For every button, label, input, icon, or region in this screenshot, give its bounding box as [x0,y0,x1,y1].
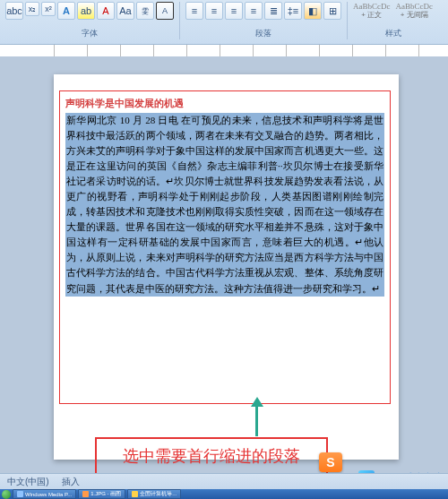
taskbar-item-wmp[interactable]: Windows Media P... [13,489,76,499]
text-effects-button[interactable]: A [57,2,75,20]
phonetic-guide-button[interactable]: 雯 [136,2,154,20]
taskbar-item-exam[interactable]: 全国计算机等... [127,489,181,499]
char-border-button[interactable]: A [156,2,174,20]
callout-text: 选中需要首行缩进的段落 [123,445,300,467]
status-language[interactable]: 中文(中国) [7,476,49,488]
subscript-button[interactable]: x₂ [25,2,39,16]
styles-group: AaBbCcDc + 正文 AaBbCcDc + 无间隔 样式 [351,2,438,39]
align-right-button[interactable]: ≡ [225,2,243,20]
wmp-icon [17,491,23,497]
ribbon: abc x₂ x² A ab A Aa 雯 A 字体 ≡ ≡ ≡ ≡ ≣ ‡≡ … [0,0,448,45]
app-icon [132,491,138,497]
document-heading[interactable]: 声明科学是中国发展的机遇 [65,97,384,110]
taskbar-item-paint[interactable]: 1.JPG - 画图 [78,489,125,499]
selection-highlight-box: 声明科学是中国发展的机遇 新华网北京 10 月 28 日电 在可预见的未来，信息… [59,90,391,404]
paragraph-group: ≡ ≡ ≡ ≡ ≣ ‡≡ ◧ ⊞ 段落 [184,2,348,39]
start-button[interactable] [2,490,11,499]
borders-button[interactable]: ⊞ [323,2,341,20]
change-case-button[interactable]: Aa [116,2,134,20]
line-spacing-button[interactable]: ‡≡ [284,2,302,20]
superscript-button[interactable]: x² [41,2,56,16]
justify-button[interactable]: ≡ [245,2,263,20]
paint-icon [82,491,89,497]
font-color-button[interactable]: A [97,2,115,20]
document-body-text: 新华网北京 10 月 28 日电 在可预见的未来，信息技术和声明科学将是世界科技… [66,115,383,294]
status-insert-mode[interactable]: 插入 [62,476,80,488]
strikethrough-button[interactable]: abc [5,2,23,20]
page: 声明科学是中国发展的机遇 新华网北京 10 月 28 日电 在可预见的未来，信息… [54,74,399,460]
font-group: abc x₂ x² A ab A Aa 雯 A 字体 [4,2,180,39]
distribute-button[interactable]: ≣ [264,2,282,20]
align-center-button[interactable]: ≡ [205,2,223,20]
align-left-button[interactable]: ≡ [185,2,203,20]
annotation-callout: 选中需要首行缩进的段落 [95,437,328,474]
shading-button[interactable]: ◧ [304,2,322,20]
document-workspace: 声明科学是中国发展的机遇 新华网北京 10 月 28 日电 在可预见的未来，信息… [0,56,448,474]
font-group-label: 字体 [82,28,98,39]
style-no-spacing[interactable]: AaBbCcDc + 无间隔 [396,3,434,20]
highlight-button[interactable]: ab [77,2,95,20]
windows-taskbar: Windows Media P... 1.JPG - 画图 全国计算机等... [0,489,448,499]
paragraph-group-label: 段落 [255,28,271,39]
arrow-head-icon [251,397,263,407]
selected-paragraphs[interactable]: 新华网北京 10 月 28 日电 在可预见的未来，信息技术和声明科学将是世界科技… [65,113,384,297]
styles-group-label: 样式 [385,28,401,39]
annotation-arrow [255,406,258,436]
status-bar: 中文(中国) 插入 [0,473,448,489]
sogou-ime-icon[interactable]: S [319,452,342,472]
style-normal[interactable]: AaBbCcDc + 正文 [353,3,391,20]
